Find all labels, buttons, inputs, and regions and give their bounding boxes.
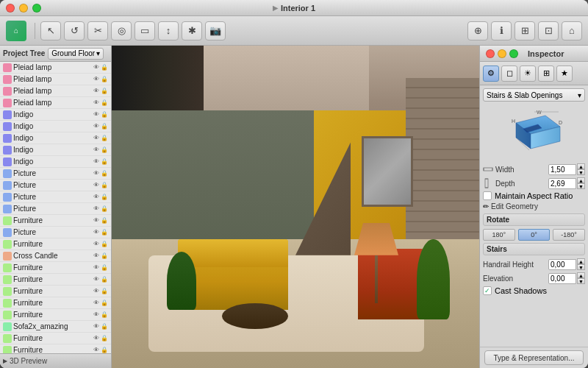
lock-icon[interactable]: 🔒 [101, 276, 108, 283]
eye-icon[interactable]: 👁 [93, 64, 100, 71]
lock-icon[interactable]: 🔒 [101, 88, 108, 95]
rotate-0[interactable]: 0° [518, 229, 551, 241]
lock-icon[interactable]: 🔒 [101, 288, 108, 295]
eye-icon[interactable]: 👁 [93, 217, 100, 224]
lock-icon[interactable]: 🔒 [101, 229, 108, 236]
lock-icon[interactable]: 🔒 [101, 252, 108, 260]
lock-icon[interactable]: 🔒 [101, 323, 108, 330]
toolbar-star-tool[interactable]: ✱ [182, 21, 202, 40]
eye-icon[interactable]: 👁 [93, 158, 100, 166]
cast-shadows-checkbox[interactable]: ✓ [483, 286, 492, 295]
list-item[interactable]: Furniture 👁 🔒 [0, 333, 111, 344]
list-item[interactable]: Pleiad lamp 👁 🔒 [0, 74, 111, 85]
lock-icon[interactable]: 🔒 [101, 135, 108, 142]
lock-icon[interactable]: 🔒 [101, 205, 108, 213]
list-item[interactable]: Pleiad lamp 👁 🔒 [0, 97, 111, 109]
eye-icon[interactable]: 👁 [93, 300, 100, 307]
eye-icon[interactable]: 👁 [93, 170, 100, 177]
lock-icon[interactable]: 🔒 [101, 182, 108, 189]
list-item[interactable]: Sofa2x_amazing 👁 🔒 [0, 321, 111, 333]
eye-icon[interactable]: 👁 [93, 205, 100, 213]
elevation-step-up[interactable]: ▲ [577, 272, 585, 278]
list-item[interactable]: Furniture 👁 🔒 [0, 286, 111, 297]
handrail-input[interactable]: 0,00 [548, 259, 576, 270]
lock-icon[interactable]: 🔒 [101, 347, 108, 354]
lock-icon[interactable]: 🔒 [101, 123, 108, 130]
inspector-close[interactable] [486, 49, 495, 58]
list-item[interactable]: Furniture 👁 🔒 [0, 297, 111, 309]
list-item[interactable]: Picture 👁 🔒 [0, 203, 111, 215]
lock-icon[interactable]: 🔒 [101, 111, 108, 118]
eye-icon[interactable]: 👁 [93, 288, 100, 295]
elevation-step-down[interactable]: ▼ [577, 278, 585, 284]
eye-icon[interactable]: 👁 [93, 194, 100, 201]
toolbar-circle-tool[interactable]: ◎ [111, 21, 132, 40]
list-item[interactable]: Indigo 👁 🔒 [0, 156, 111, 168]
inspector-tab-materials[interactable]: ◻ [501, 66, 517, 82]
ground-floor-dropdown[interactable]: Ground Floor ▾ [48, 48, 104, 60]
eye-icon[interactable]: 👁 [93, 252, 100, 260]
eye-icon[interactable]: 👁 [93, 323, 100, 330]
toolbar-move-tool[interactable]: ↕ [158, 21, 179, 40]
list-item[interactable]: Furniture 👁 🔒 [0, 238, 111, 250]
list-item[interactable]: Furniture 👁 🔒 [0, 344, 111, 353]
eye-icon[interactable]: 👁 [93, 347, 100, 354]
eye-icon[interactable]: 👁 [93, 276, 100, 283]
lock-icon[interactable]: 🔒 [101, 241, 108, 248]
rotate-section-header[interactable]: Rotate [483, 213, 585, 226]
list-item[interactable]: Pleiad lamp 👁 🔒 [0, 62, 111, 74]
eye-icon[interactable]: 👁 [93, 111, 100, 118]
3d-viewport[interactable] [112, 46, 479, 368]
eye-icon[interactable]: 👁 [93, 135, 100, 142]
lock-icon[interactable]: 🔒 [101, 99, 108, 107]
width-input[interactable]: 1,50 [548, 164, 576, 175]
eye-icon[interactable]: 👁 [93, 229, 100, 236]
list-item[interactable]: Cross Candle 👁 🔒 [0, 250, 111, 262]
eye-icon[interactable]: 👁 [93, 311, 100, 319]
toolbar-info-btn[interactable]: ℹ [491, 21, 512, 40]
stairs-section-header[interactable]: Stairs [483, 243, 585, 255]
eye-icon[interactable]: 👁 [93, 182, 100, 189]
eye-icon[interactable]: 👁 [93, 123, 100, 130]
toolbar-target-btn[interactable]: ⊕ [467, 21, 488, 40]
type-representation-button[interactable]: Type & Representation... [484, 350, 584, 365]
inspector-tab-geometry[interactable]: ⚙ [483, 66, 499, 82]
close-button[interactable] [6, 4, 15, 13]
inspector-tab-star[interactable]: ★ [556, 66, 573, 82]
eye-icon[interactable]: 👁 [93, 76, 100, 83]
lock-icon[interactable]: 🔒 [101, 264, 108, 272]
rotate-neg180[interactable]: -180° [553, 229, 585, 241]
rotate-180[interactable]: 180° [483, 229, 515, 241]
elevation-input[interactable]: 0,00 [548, 273, 576, 284]
width-step-up[interactable]: ▲ [577, 163, 585, 169]
inspector-tab-more[interactable]: ⊞ [538, 66, 554, 82]
lock-icon[interactable]: 🔒 [101, 300, 108, 307]
toolbar-arrow-tool[interactable]: ↖ [40, 21, 61, 40]
list-item[interactable]: Picture 👁 🔒 [0, 227, 111, 238]
edit-geometry-row[interactable]: ✏ Edit Geometry [483, 202, 585, 210]
list-item[interactable]: Indigo 👁 🔒 [0, 144, 111, 156]
toolbar-camera-tool[interactable]: 📷 [205, 21, 226, 40]
toolbar-rotate-tool[interactable]: ↺ [64, 21, 85, 40]
project-tree-list[interactable]: Pleiad lamp 👁 🔒 Pleiad lamp 👁 🔒 [0, 62, 111, 353]
list-item[interactable]: Indigo 👁 🔒 [0, 121, 111, 132]
list-item[interactable]: Furniture 👁 🔒 [0, 262, 111, 274]
list-item[interactable]: Picture 👁 🔒 [0, 191, 111, 203]
lock-icon[interactable]: 🔒 [101, 335, 108, 342]
toolbar-layout-btn[interactable]: ⊡ [538, 21, 559, 40]
list-item[interactable]: Furniture 👁 🔒 [0, 215, 111, 227]
lock-icon[interactable]: 🔒 [101, 217, 108, 224]
lock-icon[interactable]: 🔒 [101, 76, 108, 83]
depth-input[interactable]: 2,69 [548, 178, 576, 189]
toolbar-grid-btn[interactable]: ⊞ [514, 21, 535, 40]
depth-step-down[interactable]: ▼ [577, 183, 585, 189]
3d-preview-toggle[interactable]: ▶ 3D Preview [0, 353, 111, 368]
list-item[interactable]: Furniture 👁 🔒 [0, 309, 111, 321]
width-step-down[interactable]: ▼ [577, 169, 585, 175]
list-item[interactable]: Indigo 👁 🔒 [0, 109, 111, 121]
lock-icon[interactable]: 🔒 [101, 158, 108, 166]
depth-step-up[interactable]: ▲ [577, 177, 585, 183]
section-type-dropdown[interactable]: Stairs & Slab Openings ▾ [483, 88, 585, 102]
toolbar-home-btn[interactable]: ⌂ [562, 21, 582, 40]
inspector-zoom[interactable] [509, 49, 518, 58]
